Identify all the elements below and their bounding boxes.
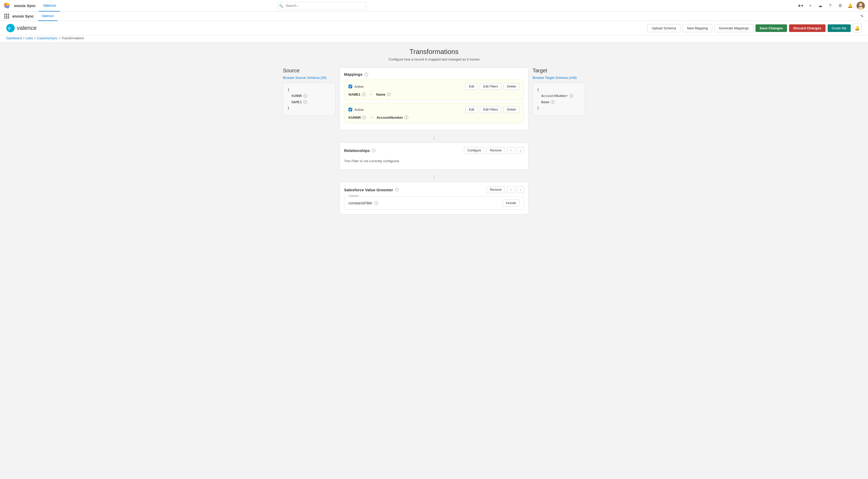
groomer-up-button[interactable]: ↑	[507, 186, 515, 193]
target-schema-box: { AccountNumber i Name i }	[533, 83, 585, 115]
mapping-2-checkbox[interactable]	[348, 108, 352, 111]
mapping-1-edit-button[interactable]: Edit	[465, 83, 478, 90]
mapping-2-active-text: Active	[354, 108, 364, 112]
target-field-name-name: Name	[541, 99, 549, 105]
valence-nav-tab[interactable]: Valence	[39, 0, 60, 11]
mapping-item-1: Active Edit Edit Filters Delete NAME1 i	[344, 80, 524, 100]
source-name1-info-icon[interactable]: i	[303, 100, 307, 104]
groomer-title: Salesforce Value Groomer	[344, 187, 393, 192]
mapping-2-active-label: Active	[348, 108, 364, 112]
top-nav-right: ★▾ + ☁ ? ⚙ 🔔	[797, 2, 865, 10]
mapping-2-arrow-icon: →	[369, 115, 373, 120]
relationships-configure-button[interactable]: Configure	[464, 147, 484, 154]
new-mapping-button[interactable]: New Mapping	[683, 24, 712, 32]
target-name-info-icon[interactable]: i	[551, 100, 555, 104]
mapping-2-delete-button[interactable]: Delete	[503, 106, 520, 113]
breadcrumb-customersync[interactable]: CustomerSync	[37, 36, 58, 40]
target-accountnumber-info-icon[interactable]: i	[569, 94, 573, 98]
mapping-2-edit-button[interactable]: Edit	[465, 106, 478, 113]
mappings-header: Mappings i	[344, 72, 524, 76]
include-button[interactable]: Include	[502, 200, 520, 206]
constants-filter-name: constantsFilter	[348, 201, 372, 205]
groomer-info-icon[interactable]: i	[395, 188, 399, 192]
three-column-layout: Source Browse Source Schema (26) { KUNNR…	[283, 68, 585, 216]
groomer-remove-button[interactable]: Remove	[487, 186, 505, 193]
generate-mappings-button[interactable]: Generate Mappings	[714, 24, 753, 32]
second-nav: enosix Sync Valence ✎	[0, 11, 868, 21]
browse-target-link[interactable]: Browse Target Schema (148)	[533, 76, 585, 80]
mapping-1-delete-button[interactable]: Delete	[503, 83, 520, 90]
edit-icon[interactable]: ✎	[860, 14, 864, 19]
relationships-actions: Configure Remove ↑ ↓	[464, 147, 524, 154]
breadcrumb-sep-2: >	[34, 36, 36, 40]
mapping-1-edit-filters-button[interactable]: Edit Filters	[480, 83, 502, 90]
mappings-info-icon[interactable]: i	[365, 73, 368, 76]
inactive-label: Inactive	[347, 194, 360, 197]
relationships-up-button[interactable]: ↑	[507, 147, 515, 154]
relationships-remove-button[interactable]: Remove	[487, 147, 505, 154]
source-schema-close: }	[287, 105, 331, 111]
groomer-down-button[interactable]: ↓	[517, 186, 524, 193]
breadcrumb-dashboard[interactable]: Dashboard	[6, 36, 22, 40]
constants-filter-info-icon[interactable]: i	[374, 201, 378, 205]
relationships-info-icon[interactable]: i	[372, 148, 375, 152]
breadcrumb: Dashboard > Links > CustomerSync > Trans…	[0, 35, 868, 42]
target-field-accountnumber-name: AccountNumber	[541, 93, 568, 99]
mapping-1-source-info-icon[interactable]: i	[362, 93, 366, 96]
valence-tab[interactable]: Valence	[38, 11, 57, 21]
add-icon[interactable]: +	[807, 2, 814, 9]
save-changes-button[interactable]: Save Changes	[755, 24, 787, 32]
svg-point-3	[6, 24, 15, 32]
target-schema-close: }	[537, 105, 581, 111]
browse-source-link[interactable]: Browse Source Schema (26)	[283, 76, 335, 80]
mapping-2-actions: Edit Edit Filters Delete	[465, 106, 520, 113]
discard-changes-button[interactable]: Discard Changes	[789, 24, 825, 32]
mapping-1-checkbox[interactable]	[348, 84, 352, 88]
search-bar: 🔍	[277, 2, 366, 9]
cloud-icon[interactable]: ☁	[816, 2, 824, 9]
target-schema-open: {	[537, 87, 581, 93]
star-icon[interactable]: ★▾	[797, 2, 804, 9]
header-actions: Upload Schema New Mapping Generate Mappi…	[647, 24, 862, 33]
alert-bell-icon[interactable]: 🔔	[853, 24, 862, 33]
breadcrumb-sep-1: >	[23, 36, 25, 40]
breadcrumb-links[interactable]: Links	[26, 36, 33, 40]
source-field-name1: NAME1 i	[287, 99, 331, 105]
enosix-sync-label: enosix Sync	[12, 14, 34, 18]
target-panel: Target Browse Target Schema (148) { Acco…	[533, 68, 585, 115]
notification-icon[interactable]: 🔔	[846, 2, 854, 9]
groomer-header: Salesforce Value Groomer i Remove ↑ ↓	[344, 186, 524, 193]
mapping-2-source-info-icon[interactable]: i	[363, 115, 366, 119]
source-kunnr-info-icon[interactable]: i	[303, 94, 307, 98]
gear-icon[interactable]: ⚙	[837, 2, 844, 9]
mapping-1-active-label: Active	[348, 84, 364, 89]
page-subtitle: Configure how a record is mapped and cha…	[283, 57, 585, 61]
app-name: enosix Sync	[14, 4, 36, 8]
source-field-name1-name: NAME1	[291, 99, 302, 105]
relationships-down-button[interactable]: ↓	[517, 147, 524, 154]
svg-text:v: v	[8, 26, 10, 30]
inactive-section: Inactive constantsFilter i Include	[344, 196, 524, 210]
connector-arrow-1: ↓	[340, 132, 528, 142]
breadcrumb-sep-3: >	[59, 36, 60, 40]
source-field-kunnr: KUNNR i	[287, 93, 331, 99]
mapping-1-arrow-icon: →	[369, 92, 373, 97]
upload-schema-button[interactable]: Upload Schema	[647, 24, 681, 32]
page-content: Transformations Configure how a record i…	[277, 42, 591, 222]
help-icon[interactable]: ?	[827, 2, 834, 9]
relationships-title: Relationships	[344, 148, 370, 153]
guide-me-button[interactable]: Guide Me	[828, 24, 851, 32]
search-input[interactable]	[277, 2, 366, 9]
relationships-section: Relationships i Configure Remove ↑ ↓ Thi…	[340, 142, 528, 170]
mapping-1-target-info-icon[interactable]: i	[387, 93, 391, 96]
app-logo	[3, 2, 11, 10]
source-title: Source	[283, 68, 335, 74]
mapping-2-target-info-icon[interactable]: i	[405, 115, 408, 119]
relationships-empty-text: This Filter is not currently configured.	[344, 157, 524, 165]
target-field-name: Name i	[537, 99, 581, 105]
user-avatar[interactable]	[857, 2, 865, 10]
mapping-2-edit-filters-button[interactable]: Edit Filters	[480, 106, 502, 113]
valence-brand-name: valence	[17, 25, 37, 31]
nine-dot-menu[interactable]	[4, 13, 9, 19]
mappings-title: Mappings	[344, 72, 363, 76]
